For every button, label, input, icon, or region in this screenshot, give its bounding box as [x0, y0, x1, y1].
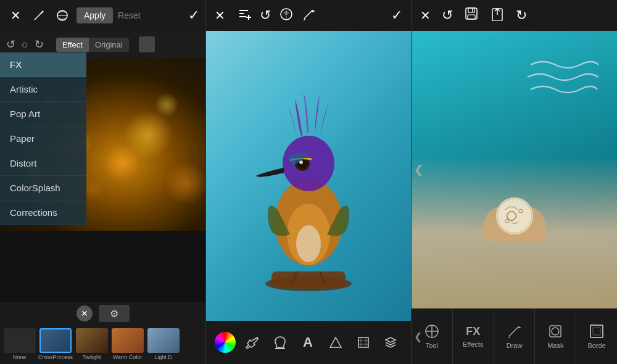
thumb-none[interactable]: None — [2, 328, 36, 360]
tool-icon — [424, 323, 440, 339]
panel3-image-area: ❮ — [412, 31, 617, 308]
original-tab[interactable]: Original — [89, 38, 129, 52]
thumb-light-label: Light D — [154, 354, 172, 360]
svg-line-0 — [41, 11, 43, 14]
fx-label: Effects — [463, 341, 483, 348]
effect-tab[interactable]: Effect — [56, 38, 89, 52]
panel3-bottombar: ❮ Tool FX Effects Draw Mask — [412, 308, 617, 364]
svg-rect-41 — [590, 325, 603, 337]
panel3-border-button[interactable]: Borde — [576, 308, 617, 364]
fx-menu-item-corrections[interactable]: Corrections — [0, 201, 86, 225]
panel3-toolbar: ✕ ↺ ↻ — [412, 0, 617, 31]
panel1-filmstrip: ✕ ⚙ None CrossProcess Twilight Warm Co — [0, 302, 205, 364]
circle-tool-icon[interactable] — [53, 6, 72, 25]
panel2-add-icon[interactable] — [236, 6, 251, 25]
svg-point-40 — [552, 328, 559, 335]
gear-button[interactable]: ⚙ — [99, 305, 130, 322]
stamp-icon[interactable] — [269, 331, 291, 354]
thumb-none-label: None — [13, 354, 27, 360]
panel2-toolbar: ✕ ↺ ✓ — [206, 0, 411, 31]
redo-icon[interactable]: ↻ — [35, 38, 44, 51]
panel2-undo-icon[interactable]: ↺ — [260, 7, 271, 23]
crop-icon[interactable] — [352, 331, 375, 354]
panel3-close-icon[interactable]: ✕ — [420, 8, 431, 23]
thumb-twilight[interactable]: Twilight — [75, 328, 109, 360]
panel2-brush-icon[interactable] — [280, 7, 293, 24]
draw-icon — [506, 323, 522, 339]
thumb-warmcolor[interactable]: Warm Color — [110, 328, 144, 360]
panel2-check-icon[interactable]: ✓ — [391, 7, 402, 23]
undo-icon[interactable]: ↺ — [6, 38, 15, 51]
panel3-undo-icon[interactable]: ↺ — [442, 7, 453, 23]
panel-3: ✕ ↺ ↻ — [412, 0, 617, 364]
panel3-share-icon[interactable] — [490, 6, 505, 25]
reset-button[interactable]: Reset — [118, 10, 141, 20]
panel3-mask-button[interactable]: Mask — [535, 308, 576, 364]
fx-menu-item-popart[interactable]: Pop Art — [0, 102, 86, 126]
svg-marker-20 — [330, 337, 341, 347]
svg-point-32 — [496, 197, 533, 234]
fx-menu-item-distort[interactable]: Distort — [0, 151, 86, 176]
svg-rect-28 — [468, 15, 475, 19]
border-label: Borde — [587, 342, 605, 349]
bird-illustration — [225, 37, 392, 321]
apply-button[interactable]: Apply — [77, 7, 113, 23]
panel3-left-arrow[interactable]: ❮ — [414, 331, 422, 342]
panel3-chevron-icon[interactable]: ❮ — [414, 163, 423, 176]
fx-label-icon: FX — [466, 325, 480, 338]
layers-icon[interactable] — [379, 331, 402, 354]
panel3-fx-button[interactable]: FX Effects — [453, 308, 494, 364]
draw-label: Draw — [507, 342, 523, 349]
panel3-draw-button[interactable]: Draw — [494, 308, 536, 364]
svg-rect-42 — [593, 328, 600, 335]
panel-1: ✕ Apply Reset ✓ ↺ ○ ↻ Effect Original — [0, 0, 205, 364]
effect-toggle: Effect Original — [56, 38, 129, 52]
fx-menu-item-paper[interactable]: Paper — [0, 126, 86, 151]
mask-label: Mask — [547, 342, 563, 349]
thumb-warm-img[interactable] — [112, 328, 144, 353]
close-icon[interactable]: ✕ — [6, 6, 25, 25]
filmstrip-thumbs: None CrossProcess Twilight Warm Color Li… — [0, 325, 205, 364]
panel2-bottombar: A — [206, 321, 411, 364]
panel-2: ✕ ↺ ✓ — [205, 0, 412, 364]
filmstrip-close-button[interactable]: ✕ — [77, 305, 93, 321]
thumb-crossprocess[interactable]: CrossProcess — [38, 328, 73, 360]
preview-thumb — [139, 36, 155, 52]
filmstrip-gear-row: ✕ ⚙ — [0, 302, 205, 325]
border-icon — [589, 323, 605, 339]
tool-label: Tool — [426, 342, 438, 349]
thumb-lightd[interactable]: Light D — [146, 328, 180, 360]
panel2-pen-icon[interactable] — [302, 7, 315, 24]
svg-rect-11 — [271, 271, 346, 287]
panel1-toolbar: ✕ Apply Reset ✓ — [0, 0, 205, 31]
thumb-warm-label: Warm Color — [113, 354, 143, 360]
shape-icon[interactable] — [325, 331, 347, 354]
confirm-check-icon[interactable]: ✓ — [188, 7, 199, 23]
panel2-image-area — [206, 31, 411, 321]
svg-rect-27 — [468, 8, 474, 12]
eyedropper-icon[interactable] — [241, 331, 263, 354]
thumb-none-img[interactable] — [4, 328, 36, 353]
fx-menu-item-fx[interactable]: FX — [0, 52, 86, 77]
thumb-cross-img[interactable] — [39, 328, 72, 353]
panel3-refresh-icon[interactable]: ↻ — [516, 7, 527, 23]
svg-rect-21 — [358, 337, 368, 347]
svg-point-14 — [296, 225, 321, 262]
text-icon[interactable]: A — [297, 331, 319, 354]
thumb-light-img[interactable] — [147, 328, 180, 353]
circle-icon-sub[interactable]: ○ — [22, 38, 28, 51]
mask-icon — [547, 323, 563, 339]
thumb-cross-label: CrossProcess — [38, 354, 73, 360]
fx-menu: FX Artistic Pop Art Paper Distort ColorS… — [0, 52, 86, 225]
panel3-save-icon[interactable] — [464, 6, 479, 25]
fx-menu-item-colorsplash[interactable]: ColorSplash — [0, 176, 86, 201]
thumb-twilight-img[interactable] — [76, 328, 108, 353]
thumb-twilight-label: Twilight — [83, 354, 101, 360]
fx-menu-item-artistic[interactable]: Artistic — [0, 77, 86, 102]
color-picker-button[interactable] — [215, 332, 236, 353]
panel2-close-icon[interactable]: ✕ — [215, 8, 225, 23]
brush-icon[interactable] — [30, 6, 48, 25]
